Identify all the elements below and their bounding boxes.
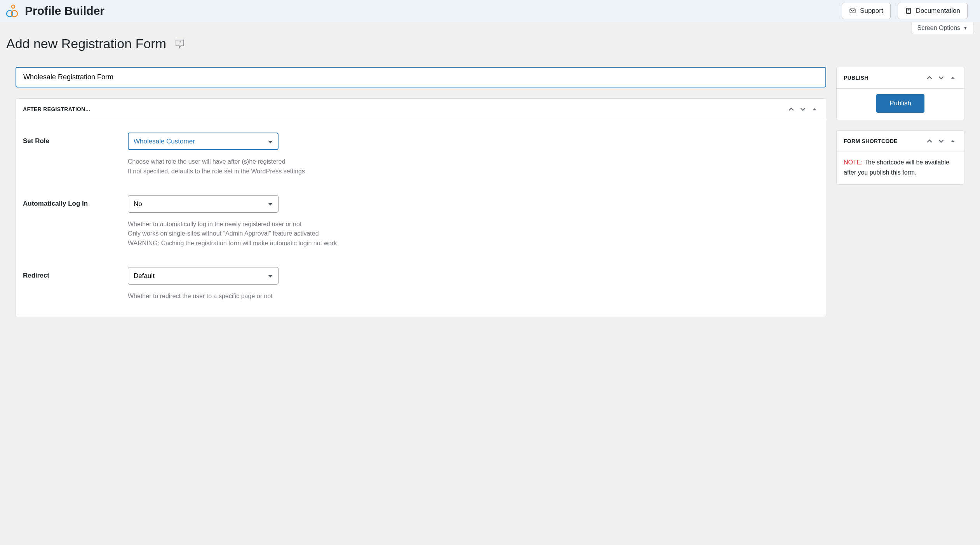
caret-down-icon: ▼ <box>963 26 968 30</box>
content-wrap: AFTER REGISTRATION... Set Role Wholesale… <box>0 67 980 333</box>
publish-panel-header: PUBLISH <box>837 67 964 89</box>
help-icon[interactable]: ? <box>174 38 186 50</box>
publish-panel-title: PUBLISH <box>844 75 869 81</box>
set-role-select-wrap: Wholesale Customer <box>128 133 279 150</box>
publish-button[interactable]: Publish <box>876 94 924 113</box>
svg-point-0 <box>12 5 15 8</box>
move-up-icon[interactable] <box>787 105 795 114</box>
screen-options-button[interactable]: Screen Options ▼ <box>912 22 973 34</box>
field-set-role: Set Role Wholesale Customer Choose what … <box>23 133 819 176</box>
collapse-icon[interactable] <box>949 137 957 145</box>
move-down-icon[interactable] <box>937 137 945 145</box>
set-role-select[interactable]: Wholesale Customer <box>128 133 279 150</box>
topbar-right: Support Documentation <box>842 3 968 19</box>
auto-login-description: Whether to automatically log in the newl… <box>128 220 819 248</box>
set-role-label: Set Role <box>23 133 128 145</box>
topbar-left: Profile Builder <box>5 4 104 18</box>
redirect-label: Redirect <box>23 267 128 279</box>
set-role-description: Choose what role the user will have afte… <box>128 157 819 176</box>
shortcode-note: NOTE: The shortcode will be available af… <box>844 157 957 177</box>
panel-controls <box>925 137 957 145</box>
screen-options-label: Screen Options <box>917 24 960 31</box>
auto-login-control: No Whether to automatically log in the n… <box>128 195 819 248</box>
collapse-icon[interactable] <box>810 105 819 114</box>
collapse-icon[interactable] <box>949 73 957 82</box>
screen-options-wrap: Screen Options ▼ <box>0 22 980 34</box>
note-label: NOTE: <box>844 159 863 166</box>
page-title: Add new Registration Form <box>6 36 166 51</box>
shortcode-panel-header: FORM SHORTCODE <box>837 131 964 152</box>
panel-header: AFTER REGISTRATION... <box>16 99 826 120</box>
set-role-control: Wholesale Customer Choose what role the … <box>128 133 819 176</box>
support-button[interactable]: Support <box>842 3 891 19</box>
redirect-control: Default Whether to redirect the user to … <box>128 267 819 301</box>
app-logo-icon <box>5 4 19 18</box>
top-bar: Profile Builder Support Documentation <box>0 0 980 22</box>
svg-text:?: ? <box>179 40 181 45</box>
documentation-button[interactable]: Documentation <box>898 3 968 19</box>
auto-login-select-wrap: No <box>128 195 279 213</box>
after-registration-panel: AFTER REGISTRATION... Set Role Wholesale… <box>16 98 826 317</box>
redirect-description: Whether to redirect the user to a specif… <box>128 292 819 301</box>
panel-body: Set Role Wholesale Customer Choose what … <box>16 120 826 317</box>
redirect-select[interactable]: Default <box>128 267 279 285</box>
move-down-icon[interactable] <box>937 73 945 82</box>
page-heading: Add new Registration Form ? <box>0 34 980 67</box>
document-icon <box>905 7 912 14</box>
svg-point-2 <box>11 10 17 17</box>
panel-controls <box>787 105 819 114</box>
app-title: Profile Builder <box>25 4 104 17</box>
auto-login-select[interactable]: No <box>128 195 279 213</box>
form-title-input[interactable] <box>16 67 826 87</box>
panel-controls <box>925 73 957 82</box>
move-up-icon[interactable] <box>925 137 934 145</box>
publish-panel-body: Publish <box>837 89 964 120</box>
field-auto-login: Automatically Log In No Whether to autom… <box>23 195 819 248</box>
redirect-select-wrap: Default <box>128 267 279 285</box>
main-column: AFTER REGISTRATION... Set Role Wholesale… <box>16 67 826 317</box>
auto-login-label: Automatically Log In <box>23 195 128 208</box>
publish-panel: PUBLISH Publish <box>836 67 964 120</box>
field-redirect: Redirect Default Whether to redirect the… <box>23 267 819 301</box>
documentation-label: Documentation <box>916 7 960 15</box>
panel-title: AFTER REGISTRATION... <box>23 106 90 112</box>
shortcode-panel-body: NOTE: The shortcode will be available af… <box>837 152 964 184</box>
move-up-icon[interactable] <box>925 73 934 82</box>
mail-icon <box>849 7 856 14</box>
support-label: Support <box>860 7 883 15</box>
shortcode-panel: FORM SHORTCODE NOTE: The shortcode will … <box>836 130 964 185</box>
shortcode-panel-title: FORM SHORTCODE <box>844 138 898 144</box>
side-column: PUBLISH Publish FORM SHORTCODE <box>836 67 964 317</box>
move-down-icon[interactable] <box>799 105 807 114</box>
